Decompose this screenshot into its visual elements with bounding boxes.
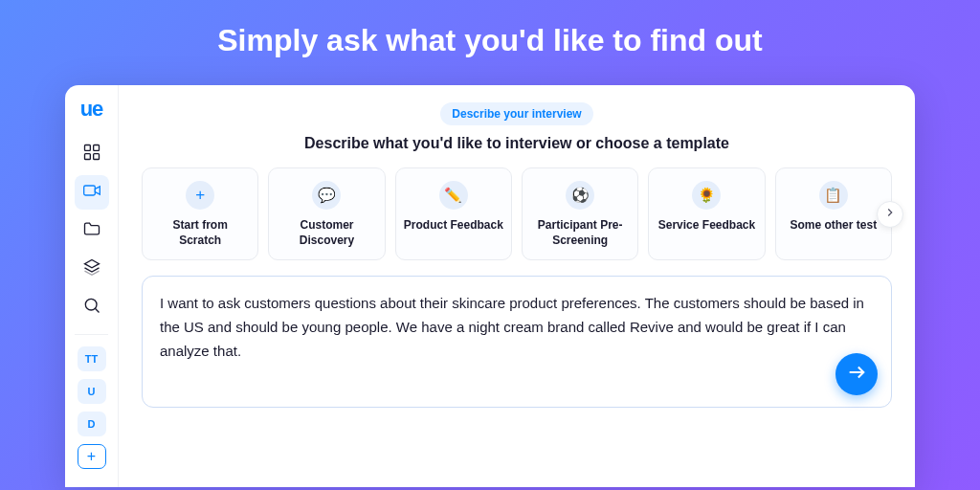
- template-other[interactable]: 📋 Some other test: [775, 167, 892, 260]
- template-label: Some other test: [790, 217, 877, 233]
- svg-rect-4: [83, 186, 95, 195]
- template-customer-discovery[interactable]: 💬 Customer Discovery: [268, 167, 385, 260]
- svg-rect-0: [84, 145, 90, 151]
- nav-library[interactable]: [75, 252, 109, 286]
- template-product-feedback[interactable]: ✏️ Product Feedback: [395, 167, 512, 260]
- svg-rect-1: [93, 145, 99, 151]
- scroll-right-button[interactable]: [877, 201, 903, 228]
- arrow-right-icon: [846, 362, 867, 387]
- step-pill: Describe your interview: [440, 102, 592, 125]
- chevron-right-icon: [883, 206, 897, 223]
- nav-search[interactable]: [75, 290, 109, 324]
- page-subtitle: Describe what you'd like to interview or…: [142, 135, 892, 152]
- svg-rect-3: [93, 154, 99, 160]
- app-logo: ue: [65, 97, 118, 122]
- prompt-input[interactable]: I want to ask customers questions about …: [142, 276, 892, 408]
- sidebar: ue TT U D +: [65, 85, 119, 487]
- template-start-from-scratch[interactable]: + Start from Scratch: [142, 167, 258, 260]
- layers-icon: [82, 257, 101, 280]
- template-service-feedback[interactable]: 🌻 Service Feedback: [648, 167, 765, 260]
- speech-bubble-icon: 💬: [312, 181, 341, 210]
- search-icon: [82, 296, 101, 319]
- workspace-badge-u[interactable]: U: [78, 379, 106, 404]
- app-window: ue TT U D +: [65, 85, 915, 487]
- workspace-badge-tt[interactable]: TT: [78, 346, 106, 371]
- hero-title: Simply ask what you'd like to find out: [217, 23, 762, 58]
- svg-rect-2: [84, 154, 90, 160]
- template-label: Product Feedback: [404, 217, 503, 233]
- workspace-badge-d[interactable]: D: [78, 412, 106, 436]
- send-button[interactable]: [835, 353, 878, 395]
- plus-icon: +: [186, 181, 214, 210]
- soccer-icon: ⚽: [566, 181, 594, 210]
- add-workspace-button[interactable]: +: [78, 444, 106, 469]
- nav-folders[interactable]: [75, 213, 109, 248]
- nav-dashboard[interactable]: [75, 137, 109, 171]
- clipboard-icon: 📋: [819, 181, 848, 210]
- folder-icon: [82, 219, 101, 242]
- sunflower-icon: 🌻: [692, 181, 721, 210]
- template-participant-prescreening[interactable]: ⚽ Participant Pre-Screening: [522, 167, 638, 260]
- template-label: Customer Discovery: [277, 217, 376, 248]
- sidebar-divider: [75, 334, 108, 335]
- template-label: Participant Pre-Screening: [530, 217, 630, 248]
- grid-icon: [82, 143, 101, 166]
- template-label: Start from Scratch: [150, 217, 250, 248]
- pencil-icon: ✏️: [439, 181, 468, 210]
- template-row: + Start from Scratch 💬 Customer Discover…: [142, 167, 892, 260]
- template-label: Service Feedback: [658, 217, 755, 233]
- nav-interviews[interactable]: [75, 175, 109, 210]
- video-icon: [82, 181, 101, 204]
- svg-point-5: [85, 299, 97, 310]
- prompt-text: I want to ask customers questions about …: [160, 292, 874, 363]
- main-content: Describe your interview Describe what yo…: [119, 85, 915, 487]
